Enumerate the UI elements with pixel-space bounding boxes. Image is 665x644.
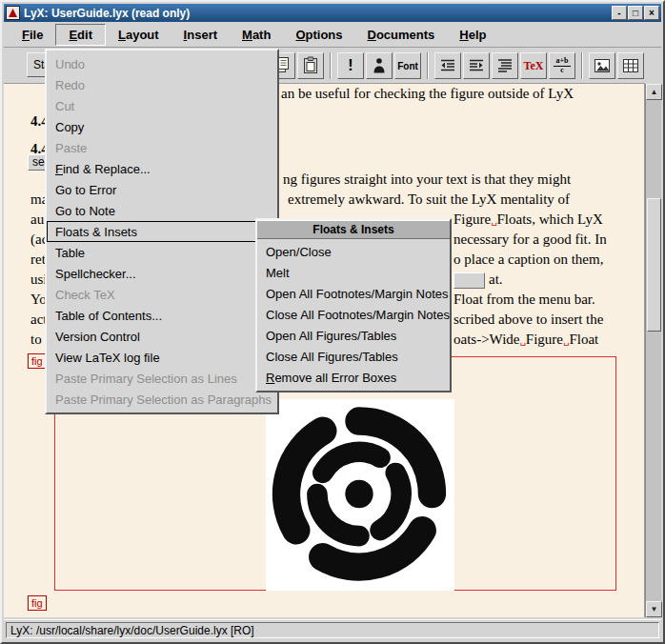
floats-submenu-item-close-all-footnotes-margin-notes[interactable]: Close All Footnotes/Margin Notes: [257, 304, 450, 325]
text-fragment: au: [30, 211, 44, 228]
floats-submenu: Floats & Insets Open/CloseMeltOpen All F…: [255, 218, 452, 392]
edit-menu-item-undo: Undo: [47, 53, 277, 74]
text-fragment: extremely awkward. To suit the LyX menta…: [288, 191, 570, 208]
menubar: FileEditLayoutInsertMathOptionsDocuments…: [4, 22, 661, 48]
status-text: LyX: /usr/local/share/lyx/doc/UserGuide.…: [6, 622, 659, 638]
edit-menu-item-floats-insets[interactable]: Floats & Insets: [47, 221, 277, 242]
edit-menu-item-spellchecker[interactable]: Spellchecker...: [47, 263, 277, 284]
edit-menu: UndoRedoCutCopyPasteFind & Replace...Go …: [45, 49, 279, 414]
lyx-logo-icon: [7, 7, 19, 19]
text-fragment: oats->Wide␣Figure␣Float: [453, 332, 598, 348]
math-fraction-button[interactable]: a+bc: [549, 52, 575, 79]
maximize-button[interactable]: □: [628, 6, 643, 20]
insert-table-icon[interactable]: [617, 52, 644, 79]
floats-submenu-items: Open/CloseMeltOpen All Footnotes/Margin …: [257, 241, 450, 388]
text-fragment: necessary for a good fit. In: [453, 231, 607, 248]
figure-image[interactable]: [266, 399, 454, 591]
text-fragment: ret: [30, 252, 46, 268]
text-fragment: Float from the menu bar.: [453, 292, 595, 308]
edit-menu-item-paste: Paste: [47, 137, 277, 158]
figure-inset-button[interactable]: fig: [28, 353, 47, 369]
insert-figure-icon[interactable]: [589, 52, 615, 79]
statusbar: LyX: /usr/local/share/lyx/doc/UserGuide.…: [4, 619, 661, 640]
font-button[interactable]: Font: [394, 52, 421, 79]
toolbar-separator: [581, 52, 583, 79]
scroll-down-button[interactable]: ▼: [646, 601, 662, 617]
toolbar-separator: [427, 52, 429, 79]
text-fragment: at.: [489, 272, 503, 288]
collapsed-inset-button[interactable]: [453, 272, 485, 289]
scroll-up-button[interactable]: ▲: [646, 84, 662, 100]
text-fragment: o place a caption on them,: [453, 252, 603, 268]
menubar-item-help[interactable]: Help: [447, 25, 498, 45]
list-depth-icon[interactable]: [492, 52, 518, 79]
edit-menu-item-go-to-note[interactable]: Go to Note: [47, 200, 277, 221]
edit-menu-item-paste-primary-selection-as-paragraphs: Paste Primary Selection as Paragraphs: [47, 389, 277, 410]
edit-menu-item-go-to-error[interactable]: Go to Error: [47, 179, 277, 200]
text-fragment: Figure␣Floats, which LyX: [453, 211, 603, 228]
floats-submenu-item-melt[interactable]: Melt: [257, 262, 450, 283]
edit-menu-item-cut: Cut: [47, 95, 277, 116]
menubar-item-options[interactable]: Options: [283, 25, 354, 45]
text-fragment: ng figures straight into your text is th…: [283, 171, 571, 188]
floats-submenu-item-open-all-footnotes-margin-notes[interactable]: Open All Footnotes/Margin Notes: [257, 283, 450, 304]
edit-menu-item-find-replace[interactable]: Find & Replace...: [47, 158, 277, 179]
edit-menu-item-table-of-contents[interactable]: Table of Contents...: [47, 305, 277, 326]
floats-submenu-title: Floats & Insets: [257, 220, 450, 239]
menubar-item-file[interactable]: File: [10, 25, 55, 45]
tex-button[interactable]: TeX: [520, 52, 547, 79]
close-button[interactable]: ×: [644, 6, 659, 20]
emphasis-button[interactable]: !: [337, 52, 364, 79]
titlebar[interactable]: LyX: UserGuide.lyx (read only) - □ ×: [4, 4, 661, 22]
indent-list-icon[interactable]: [463, 52, 490, 79]
text-fragment: scribed above to insert the: [453, 312, 603, 328]
floats-submenu-item-close-all-figures-tables[interactable]: Close All Figures/Tables: [257, 346, 450, 367]
menubar-item-edit[interactable]: Edit: [55, 24, 106, 46]
window-title: LyX: UserGuide.lyx (read only): [20, 7, 611, 20]
edit-menu-item-view-latex-log-file[interactable]: View LaTeX log file: [47, 347, 277, 368]
menubar-item-layout[interactable]: Layout: [106, 25, 171, 45]
edit-menu-item-table[interactable]: Table: [47, 242, 277, 263]
edit-menu-item-version-control[interactable]: Version Control: [47, 326, 277, 347]
menubar-item-math[interactable]: Math: [230, 25, 283, 45]
noun-style-person-icon[interactable]: [366, 52, 393, 79]
menubar-item-insert[interactable]: Insert: [171, 25, 230, 45]
lyx-window: LyX: UserGuide.lyx (read only) - □ × Fil…: [0, 0, 665, 644]
floats-submenu-item-remove-all-error-boxes[interactable]: Remove all Error Boxes: [257, 367, 450, 388]
floats-submenu-item-open-close[interactable]: Open/Close: [257, 241, 450, 262]
lyx-window-icon[interactable]: [6, 6, 20, 20]
text-fragment: an be useful for checking the figure out…: [281, 86, 574, 102]
edit-menu-item-copy[interactable]: Copy: [47, 116, 277, 137]
swirl-figure-graphic: [266, 399, 453, 589]
edit-menu-item-redo: Redo: [47, 74, 277, 95]
menubar-item-documents[interactable]: Documents: [355, 25, 448, 45]
edit-menu-item-check-tex: Check TeX: [47, 284, 277, 305]
paste-icon[interactable]: [297, 52, 324, 79]
toolbar-separator: [330, 52, 332, 79]
vertical-scrollbar[interactable]: ▲ ▼: [645, 84, 661, 617]
unindent-list-icon[interactable]: [434, 52, 461, 79]
edit-menu-item-paste-primary-selection-as-lines: Paste Primary Selection as Lines: [47, 368, 277, 389]
floats-submenu-item-open-all-figures-tables[interactable]: Open All Figures/Tables: [257, 325, 450, 346]
minimize-button[interactable]: -: [612, 6, 627, 20]
figure-inset-button[interactable]: fig: [28, 595, 47, 611]
scrollbar-thumb[interactable]: [647, 198, 661, 332]
